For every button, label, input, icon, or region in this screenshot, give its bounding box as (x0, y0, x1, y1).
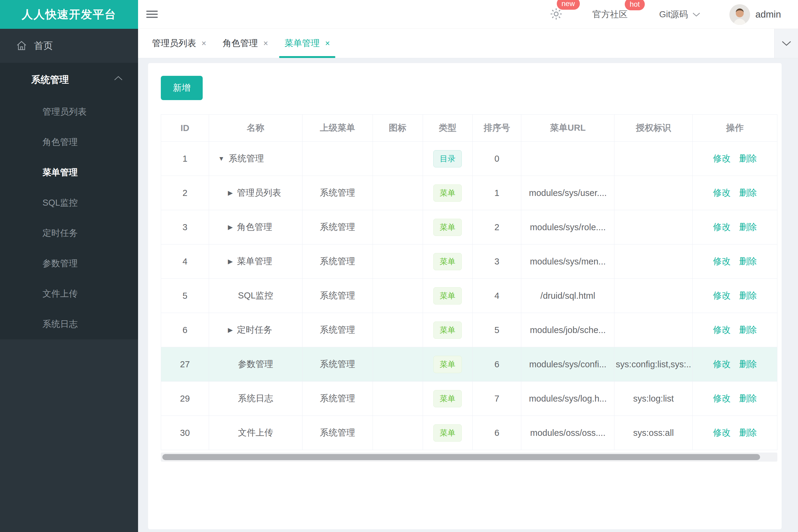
column-header-icon: 图标 (373, 115, 423, 141)
edit-link[interactable]: 修改 (713, 153, 731, 165)
table-row: 30文件上传系统管理菜单6modules/oss/oss....sys:oss:… (161, 416, 777, 450)
gear-icon (549, 17, 563, 22)
cell-auth: sys:oss:all (614, 416, 693, 450)
sidebar-item-角色管理[interactable]: 角色管理 (0, 127, 138, 157)
cell-type: 菜单 (423, 245, 473, 279)
cell-id: 3 (161, 210, 209, 244)
sidebar-item-label: 管理员列表 (42, 106, 87, 118)
menu-name: 系统日志 (238, 393, 273, 405)
tabs: 管理员列表×角色管理×菜单管理× (146, 29, 340, 58)
cell-sort: 2 (473, 210, 522, 244)
type-tag: 目录 (433, 150, 462, 167)
cell-id: 4 (161, 245, 209, 279)
delete-link[interactable]: 删除 (739, 427, 757, 439)
menu-name: 系统管理 (229, 153, 264, 165)
community-link[interactable]: 官方社区 hot (593, 8, 628, 21)
tab-close-icon[interactable]: × (263, 39, 268, 48)
add-button[interactable]: 新增 (161, 76, 203, 100)
tree-collapse-icon[interactable]: ▼ (218, 155, 224, 162)
sidebar-item-label: SQL监控 (42, 197, 78, 209)
edit-link[interactable]: 修改 (713, 427, 731, 439)
sidebar-item-定时任务[interactable]: 定时任务 (0, 218, 138, 248)
hot-badge: hot (625, 0, 645, 10)
sidebar-item-管理员列表[interactable]: 管理员列表 (0, 97, 138, 127)
delete-link[interactable]: 删除 (739, 187, 757, 199)
sidebar-item-参数管理[interactable]: 参数管理 (0, 248, 138, 279)
cell-ops: 修改删除 (693, 279, 777, 313)
cell-sort: 1 (473, 176, 522, 210)
sidebar-item-label: 角色管理 (42, 136, 78, 148)
delete-link[interactable]: 删除 (739, 324, 757, 336)
chevron-up-icon (114, 76, 123, 81)
hamburger-menu-icon[interactable] (146, 9, 158, 20)
sidebar-home-label: 首页 (34, 39, 53, 52)
tab-角色管理[interactable]: 角色管理× (217, 29, 274, 58)
cell-ops: 修改删除 (693, 176, 777, 210)
cell-name: ▶管理员列表 (209, 176, 302, 210)
cell-url (521, 141, 614, 176)
table-header-row: ID名称上级菜单图标类型排序号菜单URL授权标识操作 (161, 115, 777, 141)
menu-name: 菜单管理 (237, 255, 272, 267)
chevron-down-icon (692, 12, 700, 17)
cell-icon (373, 176, 423, 210)
cell-type: 菜单 (423, 382, 473, 416)
edit-link[interactable]: 修改 (713, 290, 731, 302)
menu-name: 角色管理 (237, 221, 272, 233)
sidebar-group-system: 系统管理 管理员列表角色管理菜单管理SQL监控定时任务参数管理文件上传系统日志 (0, 63, 138, 339)
delete-link[interactable]: 删除 (739, 255, 757, 267)
tree-expand-icon[interactable]: ▶ (228, 258, 233, 265)
content-card: 新增 ID名称上级菜单图标类型排序号菜单URL授权标识操作1▼系统管理目录0修改… (148, 63, 782, 529)
cell-ops: 修改删除 (693, 245, 777, 279)
cell-auth: sys:config:list,sys:.. (614, 347, 693, 381)
tabs-dropdown-button[interactable] (774, 29, 798, 58)
delete-link[interactable]: 删除 (739, 358, 757, 370)
edit-link[interactable]: 修改 (713, 358, 731, 370)
cell-icon (373, 210, 423, 244)
column-header-sort: 排序号 (473, 115, 522, 141)
tab-菜单管理[interactable]: 菜单管理× (279, 29, 336, 58)
horizontal-scrollbar-track[interactable] (161, 453, 777, 462)
horizontal-scrollbar-thumb[interactable] (162, 454, 760, 460)
git-source-dropdown[interactable]: Git源码 (659, 8, 700, 21)
cell-icon (373, 141, 423, 176)
sidebar-item-文件上传[interactable]: 文件上传 (0, 279, 138, 309)
cell-auth (614, 141, 693, 176)
cell-icon (373, 279, 423, 313)
menu-name: 文件上传 (238, 427, 273, 439)
delete-link[interactable]: 删除 (739, 153, 757, 165)
table-row: 6▶定时任务系统管理菜单5modules/job/sche...修改删除 (161, 313, 777, 347)
tree-expand-icon[interactable]: ▶ (228, 189, 233, 196)
delete-link[interactable]: 删除 (739, 221, 757, 233)
cell-name: ▶角色管理 (209, 210, 302, 244)
edit-link[interactable]: 修改 (713, 221, 731, 233)
delete-link[interactable]: 删除 (739, 393, 757, 405)
cell-ops: 修改删除 (693, 313, 777, 347)
type-tag: 菜单 (433, 424, 462, 442)
menu-name: 参数管理 (238, 358, 273, 370)
tree-expand-icon[interactable]: ▶ (228, 326, 233, 334)
tab-close-icon[interactable]: × (202, 39, 206, 48)
sidebar-group-title[interactable]: 系统管理 (0, 63, 138, 97)
tree-expand-icon[interactable]: ▶ (228, 224, 233, 231)
cell-name: 文件上传 (209, 416, 302, 450)
sidebar-item-home[interactable]: 首页 (0, 29, 138, 63)
user-avatar[interactable] (729, 4, 750, 25)
user-name[interactable]: admin (756, 9, 781, 20)
tab-close-icon[interactable]: × (325, 39, 330, 48)
edit-link[interactable]: 修改 (713, 187, 731, 199)
table-row: 5SQL监控系统管理菜单4/druid/sql.html修改删除 (161, 279, 777, 313)
sidebar-item-SQL监控[interactable]: SQL监控 (0, 188, 138, 218)
edit-link[interactable]: 修改 (713, 393, 731, 405)
edit-link[interactable]: 修改 (713, 255, 731, 267)
table-row: 3▶角色管理系统管理菜单2modules/sys/role....修改删除 (161, 210, 777, 245)
app-logo: 人人快速开发平台 (0, 0, 138, 29)
cell-sort: 5 (473, 313, 522, 347)
settings-gear-button[interactable]: new (549, 7, 563, 22)
sidebar-item-菜单管理[interactable]: 菜单管理 (0, 157, 138, 188)
cell-parent: 系统管理 (302, 347, 373, 381)
menu-name: SQL监控 (238, 290, 273, 302)
tab-管理员列表[interactable]: 管理员列表× (146, 29, 212, 58)
sidebar-item-系统日志[interactable]: 系统日志 (0, 309, 138, 339)
delete-link[interactable]: 删除 (739, 290, 757, 302)
edit-link[interactable]: 修改 (713, 324, 731, 336)
